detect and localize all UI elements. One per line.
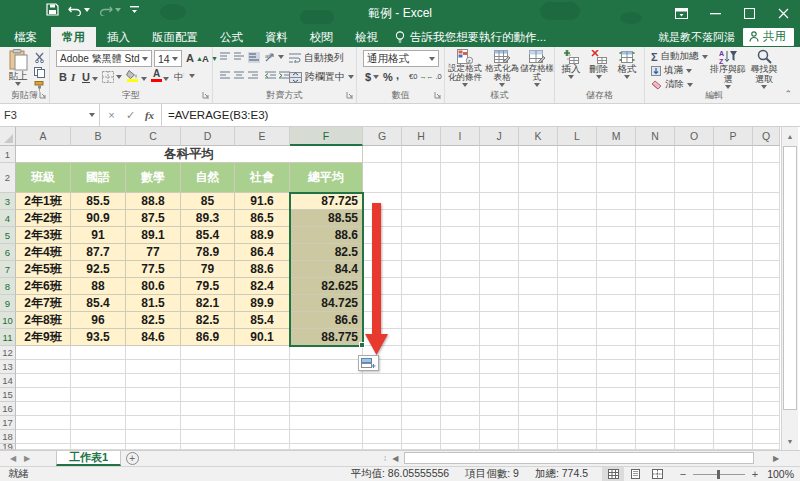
cell-G17[interactable] — [363, 416, 402, 430]
customize-qat-icon[interactable] — [130, 5, 139, 14]
fill-button[interactable]: 填滿 — [651, 64, 692, 77]
cell-L11[interactable] — [558, 329, 597, 346]
alignment-dialog-launcher-icon[interactable] — [346, 89, 354, 101]
cell-J7[interactable] — [480, 261, 519, 278]
cell-P9[interactable] — [714, 295, 753, 312]
cell-K16[interactable] — [519, 402, 558, 416]
cell-M6[interactable] — [597, 244, 636, 261]
tab-review[interactable]: 校閱 — [299, 27, 344, 47]
row-header-10[interactable]: 10 — [0, 312, 16, 329]
cell-M1[interactable] — [597, 146, 636, 163]
cell-B10[interactable]: 96 — [71, 312, 126, 329]
cell-A12[interactable] — [16, 346, 71, 360]
cell-C8[interactable]: 80.6 — [126, 278, 181, 295]
cell-C10[interactable]: 82.5 — [126, 312, 181, 329]
tab-data[interactable]: 資料 — [254, 27, 299, 47]
cell-F12[interactable] — [290, 346, 363, 360]
cell-O4[interactable] — [675, 210, 714, 227]
cell-M7[interactable] — [597, 261, 636, 278]
cell-C12[interactable] — [126, 346, 181, 360]
cell-A11[interactable]: 2年9班 — [16, 329, 71, 346]
comma-style-button[interactable]: , — [396, 69, 399, 81]
cell-P16[interactable] — [714, 402, 753, 416]
cell-O12[interactable] — [675, 346, 714, 360]
cell-A6[interactable]: 2年4班 — [16, 244, 71, 261]
row-header-9[interactable]: 9 — [0, 295, 16, 312]
align-bottom-button[interactable] — [248, 52, 260, 63]
cell-F16[interactable] — [290, 402, 363, 416]
cell-P2[interactable] — [714, 163, 753, 193]
cell-F13[interactable] — [290, 360, 363, 374]
format-cells-button[interactable]: 格式 — [613, 50, 641, 79]
cell-E12[interactable] — [235, 346, 290, 360]
cell-D11[interactable]: 86.9 — [181, 329, 235, 346]
zoom-slider[interactable] — [693, 474, 745, 475]
cell-L3[interactable] — [558, 193, 597, 210]
zoom-slider-thumb[interactable] — [717, 470, 720, 479]
cell-N7[interactable] — [636, 261, 675, 278]
select-all-corner[interactable] — [0, 127, 16, 146]
row-header-6[interactable]: 6 — [0, 244, 16, 261]
row-header-7[interactable]: 7 — [0, 261, 16, 278]
number-format-select[interactable]: 通用格式 — [363, 50, 439, 67]
cell-F15[interactable] — [290, 388, 363, 402]
increase-font-size-button[interactable]: A▲ — [186, 52, 203, 64]
cell-styles-button[interactable]: 儲存格樣式 — [520, 49, 554, 87]
cell-P1[interactable] — [714, 146, 753, 163]
cell-K7[interactable] — [519, 261, 558, 278]
cell-O10[interactable] — [675, 312, 714, 329]
tab-page-layout[interactable]: 版面配置 — [141, 27, 209, 47]
cell-P13[interactable] — [714, 360, 753, 374]
cell-B14[interactable] — [71, 374, 126, 388]
cell-M14[interactable] — [597, 374, 636, 388]
cell-J15[interactable] — [480, 388, 519, 402]
row-header-2[interactable]: 2 — [0, 163, 16, 193]
row-header-11[interactable]: 11 — [0, 329, 16, 346]
tab-home[interactable]: 常用 — [51, 27, 96, 47]
cell-D10[interactable]: 82.5 — [181, 312, 235, 329]
cell-G14[interactable] — [363, 374, 402, 388]
cell-I3[interactable] — [441, 193, 480, 210]
collapse-ribbon-icon[interactable]: ⌃ — [784, 89, 792, 99]
horizontal-scrollbar[interactable]: ⁞ ◀ ▶ — [384, 451, 782, 465]
cell-Q9[interactable] — [753, 295, 780, 312]
cell-E9[interactable]: 89.9 — [235, 295, 290, 312]
cell-B11[interactable]: 93.5 — [71, 329, 126, 346]
cell-Q2[interactable] — [753, 163, 780, 193]
cell-L4[interactable] — [558, 210, 597, 227]
cell-H7[interactable] — [402, 261, 441, 278]
align-center-button[interactable] — [234, 71, 244, 80]
cell-C17[interactable] — [126, 416, 181, 430]
cell-A7[interactable]: 2年5班 — [16, 261, 71, 278]
cell-M16[interactable] — [597, 402, 636, 416]
tab-view[interactable]: 檢視 — [344, 27, 389, 47]
tab-formulas[interactable]: 公式 — [209, 27, 254, 47]
cell-O18[interactable] — [675, 430, 714, 444]
column-header-H[interactable]: H — [402, 127, 441, 146]
cell-F2[interactable]: 總平均 — [290, 163, 363, 193]
cell-O3[interactable] — [675, 193, 714, 210]
cell-C5[interactable]: 89.1 — [126, 227, 181, 244]
cell-K12[interactable] — [519, 346, 558, 360]
cell-B18[interactable] — [71, 430, 126, 444]
cell-A10[interactable]: 2年8班 — [16, 312, 71, 329]
cell-E18[interactable] — [235, 430, 290, 444]
cell-G18[interactable] — [363, 430, 402, 444]
column-header-B[interactable]: B — [71, 127, 126, 146]
cell-F4[interactable]: 88.55 — [290, 210, 363, 227]
row-header-3[interactable]: 3 — [0, 193, 16, 210]
cell-D7[interactable]: 79 — [181, 261, 235, 278]
cell-H11[interactable] — [402, 329, 441, 346]
cell-H16[interactable] — [402, 402, 441, 416]
column-header-C[interactable]: C — [126, 127, 181, 146]
vertical-scroll-thumb[interactable] — [783, 146, 797, 410]
fill-color-dropdown[interactable] — [141, 77, 147, 81]
cell-H14[interactable] — [402, 374, 441, 388]
cell-J10[interactable] — [480, 312, 519, 329]
cell-A16[interactable] — [16, 402, 71, 416]
cell-I12[interactable] — [441, 346, 480, 360]
autofill-options-button[interactable] — [358, 355, 379, 371]
column-header-E[interactable]: E — [235, 127, 290, 146]
ribbon-display-options-icon[interactable] — [664, 0, 698, 27]
cell-I10[interactable] — [441, 312, 480, 329]
